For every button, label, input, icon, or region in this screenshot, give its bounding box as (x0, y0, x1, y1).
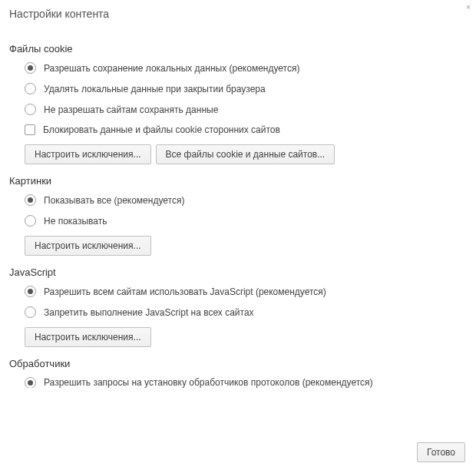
javascript-exceptions-button[interactable]: Настроить исключения... (25, 327, 151, 347)
cookies-all-data-button[interactable]: Все файлы cookie и данные сайтов... (156, 144, 336, 164)
option-label: Запретить выполнение JavaScript на всех … (44, 307, 254, 318)
cookies-option-session[interactable]: Удалять локальные данные при закрытии бр… (25, 83, 467, 94)
radio-icon[interactable] (25, 83, 36, 94)
radio-icon[interactable] (25, 62, 36, 74)
radio-icon[interactable] (25, 194, 36, 206)
radio-icon[interactable] (25, 215, 36, 227)
dialog-title: Настройки контента (0, 0, 476, 29)
images-option-show[interactable]: Показывать все (рекомендуется) (25, 194, 467, 206)
radio-icon[interactable] (25, 306, 36, 318)
section-heading-images: Картинки (9, 175, 467, 187)
content-area: Файлы cookie Разрешать сохранение локаль… (0, 29, 476, 388)
option-label: Разрешать сохранение локальных данных (р… (44, 63, 299, 74)
radio-icon[interactable] (25, 104, 36, 115)
radio-icon[interactable] (25, 286, 36, 297)
cookies-block-third-party[interactable]: Блокировать данные и файлы cookie сторон… (25, 124, 467, 135)
javascript-option-allow[interactable]: Разрешить всем сайтам использовать JavaS… (25, 286, 467, 297)
cookies-exceptions-button[interactable]: Настроить исключения... (25, 144, 151, 164)
cookies-option-allow[interactable]: Разрешать сохранение локальных данных (р… (25, 62, 467, 74)
javascript-option-block[interactable]: Запретить выполнение JavaScript на всех … (25, 306, 467, 318)
images-exceptions-button[interactable]: Настроить исключения... (25, 236, 151, 256)
option-label: Удалять локальные данные при закрытии бр… (44, 84, 266, 94)
checkbox-icon[interactable] (25, 124, 35, 135)
radio-icon[interactable] (25, 377, 36, 388)
cookies-option-block[interactable]: Не разрешать сайтам сохранять данные (25, 104, 467, 115)
option-label: Разрешить запросы на установку обработчи… (44, 377, 373, 388)
images-option-hide[interactable]: Не показывать (25, 215, 467, 227)
option-label: Показывать все (рекомендуется) (44, 195, 184, 206)
close-icon[interactable]: × (464, 3, 473, 12)
option-label: Не показывать (44, 216, 107, 227)
option-label: Разрешить всем сайтам использовать JavaS… (44, 286, 326, 297)
section-heading-cookies: Файлы cookie (9, 43, 467, 55)
section-heading-javascript: JavaScript (9, 266, 467, 278)
option-label: Не разрешать сайтам сохранять данные (44, 104, 218, 115)
option-label: Блокировать данные и файлы cookie сторон… (43, 124, 280, 135)
done-button[interactable]: Готово (417, 442, 465, 462)
handlers-option-allow[interactable]: Разрешить запросы на установку обработчи… (25, 377, 467, 388)
section-heading-handlers: Обработчики (9, 358, 467, 369)
